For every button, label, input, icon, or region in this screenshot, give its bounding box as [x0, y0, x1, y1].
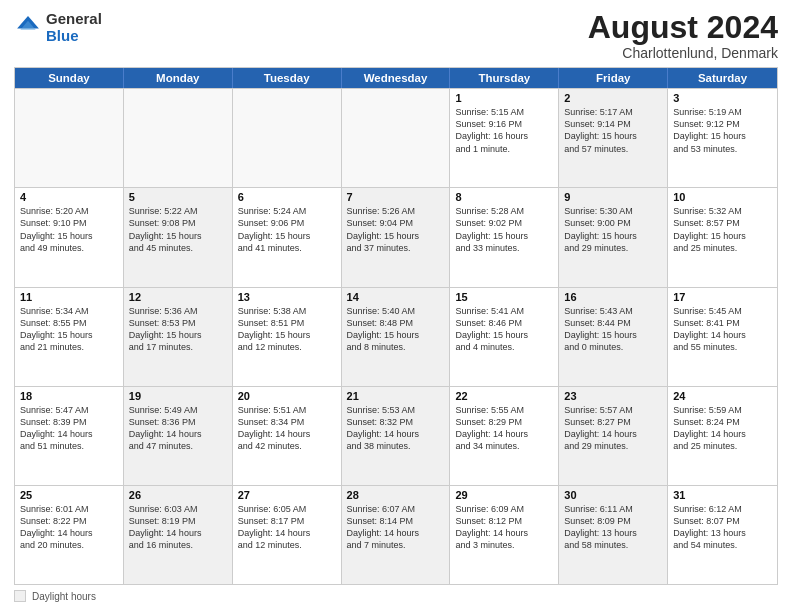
cell-text: Sunrise: 5:34 AM Sunset: 8:55 PM Dayligh…: [20, 305, 118, 354]
cell-text: Sunrise: 5:41 AM Sunset: 8:46 PM Dayligh…: [455, 305, 553, 354]
cell-1-6: 2Sunrise: 5:17 AM Sunset: 9:14 PM Daylig…: [559, 89, 668, 187]
cell-text: Sunrise: 5:32 AM Sunset: 8:57 PM Dayligh…: [673, 205, 772, 254]
day-number: 9: [564, 191, 662, 203]
day-number: 26: [129, 489, 227, 501]
day-number: 21: [347, 390, 445, 402]
cell-4-7: 24Sunrise: 5:59 AM Sunset: 8:24 PM Dayli…: [668, 387, 777, 485]
cell-3-2: 12Sunrise: 5:36 AM Sunset: 8:53 PM Dayli…: [124, 288, 233, 386]
day-number: 13: [238, 291, 336, 303]
calendar-body: 1Sunrise: 5:15 AM Sunset: 9:16 PM Daylig…: [15, 88, 777, 584]
header-monday: Monday: [124, 68, 233, 88]
logo-general: General: [46, 10, 102, 27]
cell-text: Sunrise: 6:11 AM Sunset: 8:09 PM Dayligh…: [564, 503, 662, 552]
day-number: 25: [20, 489, 118, 501]
cell-1-1: [15, 89, 124, 187]
logo-text: General Blue: [46, 10, 102, 45]
cell-1-7: 3Sunrise: 5:19 AM Sunset: 9:12 PM Daylig…: [668, 89, 777, 187]
day-number: 30: [564, 489, 662, 501]
cell-4-5: 22Sunrise: 5:55 AM Sunset: 8:29 PM Dayli…: [450, 387, 559, 485]
cell-3-1: 11Sunrise: 5:34 AM Sunset: 8:55 PM Dayli…: [15, 288, 124, 386]
daylight-box: [14, 590, 26, 602]
day-number: 12: [129, 291, 227, 303]
cell-text: Sunrise: 5:47 AM Sunset: 8:39 PM Dayligh…: [20, 404, 118, 453]
cell-text: Sunrise: 5:19 AM Sunset: 9:12 PM Dayligh…: [673, 106, 772, 155]
location: Charlottenlund, Denmark: [588, 45, 778, 61]
day-number: 27: [238, 489, 336, 501]
logo-icon: [14, 13, 42, 41]
day-number: 16: [564, 291, 662, 303]
cell-text: Sunrise: 5:15 AM Sunset: 9:16 PM Dayligh…: [455, 106, 553, 155]
header: General Blue August 2024 Charlottenlund,…: [14, 10, 778, 61]
calendar: Sunday Monday Tuesday Wednesday Thursday…: [14, 67, 778, 585]
cell-5-7: 31Sunrise: 6:12 AM Sunset: 8:07 PM Dayli…: [668, 486, 777, 584]
cell-text: Sunrise: 5:53 AM Sunset: 8:32 PM Dayligh…: [347, 404, 445, 453]
header-wednesday: Wednesday: [342, 68, 451, 88]
cell-text: Sunrise: 5:40 AM Sunset: 8:48 PM Dayligh…: [347, 305, 445, 354]
day-number: 1: [455, 92, 553, 104]
cell-text: Sunrise: 6:07 AM Sunset: 8:14 PM Dayligh…: [347, 503, 445, 552]
day-number: 10: [673, 191, 772, 203]
logo: General Blue: [14, 10, 102, 45]
day-number: 11: [20, 291, 118, 303]
cell-2-7: 10Sunrise: 5:32 AM Sunset: 8:57 PM Dayli…: [668, 188, 777, 286]
cell-3-7: 17Sunrise: 5:45 AM Sunset: 8:41 PM Dayli…: [668, 288, 777, 386]
week-3: 11Sunrise: 5:34 AM Sunset: 8:55 PM Dayli…: [15, 287, 777, 386]
day-number: 6: [238, 191, 336, 203]
day-number: 3: [673, 92, 772, 104]
header-sunday: Sunday: [15, 68, 124, 88]
day-number: 20: [238, 390, 336, 402]
day-number: 5: [129, 191, 227, 203]
cell-text: Sunrise: 5:43 AM Sunset: 8:44 PM Dayligh…: [564, 305, 662, 354]
title-area: August 2024 Charlottenlund, Denmark: [588, 10, 778, 61]
day-number: 17: [673, 291, 772, 303]
cell-text: Sunrise: 5:51 AM Sunset: 8:34 PM Dayligh…: [238, 404, 336, 453]
cell-text: Sunrise: 5:49 AM Sunset: 8:36 PM Dayligh…: [129, 404, 227, 453]
cell-1-2: [124, 89, 233, 187]
calendar-header: Sunday Monday Tuesday Wednesday Thursday…: [15, 68, 777, 88]
logo-blue: Blue: [46, 27, 79, 44]
cell-3-4: 14Sunrise: 5:40 AM Sunset: 8:48 PM Dayli…: [342, 288, 451, 386]
cell-text: Sunrise: 6:05 AM Sunset: 8:17 PM Dayligh…: [238, 503, 336, 552]
week-2: 4Sunrise: 5:20 AM Sunset: 9:10 PM Daylig…: [15, 187, 777, 286]
day-number: 23: [564, 390, 662, 402]
footer: Daylight hours: [14, 590, 778, 602]
cell-text: Sunrise: 5:38 AM Sunset: 8:51 PM Dayligh…: [238, 305, 336, 354]
day-number: 29: [455, 489, 553, 501]
day-number: 7: [347, 191, 445, 203]
cell-text: Sunrise: 5:45 AM Sunset: 8:41 PM Dayligh…: [673, 305, 772, 354]
cell-text: Sunrise: 6:09 AM Sunset: 8:12 PM Dayligh…: [455, 503, 553, 552]
cell-3-5: 15Sunrise: 5:41 AM Sunset: 8:46 PM Dayli…: [450, 288, 559, 386]
cell-text: Sunrise: 5:59 AM Sunset: 8:24 PM Dayligh…: [673, 404, 772, 453]
cell-5-1: 25Sunrise: 6:01 AM Sunset: 8:22 PM Dayli…: [15, 486, 124, 584]
cell-text: Sunrise: 6:03 AM Sunset: 8:19 PM Dayligh…: [129, 503, 227, 552]
cell-4-1: 18Sunrise: 5:47 AM Sunset: 8:39 PM Dayli…: [15, 387, 124, 485]
cell-2-6: 9Sunrise: 5:30 AM Sunset: 9:00 PM Daylig…: [559, 188, 668, 286]
cell-2-4: 7Sunrise: 5:26 AM Sunset: 9:04 PM Daylig…: [342, 188, 451, 286]
cell-text: Sunrise: 5:28 AM Sunset: 9:02 PM Dayligh…: [455, 205, 553, 254]
cell-text: Sunrise: 5:17 AM Sunset: 9:14 PM Dayligh…: [564, 106, 662, 155]
day-number: 15: [455, 291, 553, 303]
day-number: 24: [673, 390, 772, 402]
cell-5-4: 28Sunrise: 6:07 AM Sunset: 8:14 PM Dayli…: [342, 486, 451, 584]
month-title: August 2024: [588, 10, 778, 45]
cell-text: Sunrise: 5:55 AM Sunset: 8:29 PM Dayligh…: [455, 404, 553, 453]
day-number: 14: [347, 291, 445, 303]
cell-2-2: 5Sunrise: 5:22 AM Sunset: 9:08 PM Daylig…: [124, 188, 233, 286]
page: General Blue August 2024 Charlottenlund,…: [0, 0, 792, 612]
day-number: 28: [347, 489, 445, 501]
week-5: 25Sunrise: 6:01 AM Sunset: 8:22 PM Dayli…: [15, 485, 777, 584]
footer-label: Daylight hours: [32, 591, 96, 602]
cell-text: Sunrise: 5:30 AM Sunset: 9:00 PM Dayligh…: [564, 205, 662, 254]
day-number: 4: [20, 191, 118, 203]
cell-5-2: 26Sunrise: 6:03 AM Sunset: 8:19 PM Dayli…: [124, 486, 233, 584]
cell-text: Sunrise: 5:22 AM Sunset: 9:08 PM Dayligh…: [129, 205, 227, 254]
week-4: 18Sunrise: 5:47 AM Sunset: 8:39 PM Dayli…: [15, 386, 777, 485]
cell-5-3: 27Sunrise: 6:05 AM Sunset: 8:17 PM Dayli…: [233, 486, 342, 584]
cell-4-3: 20Sunrise: 5:51 AM Sunset: 8:34 PM Dayli…: [233, 387, 342, 485]
cell-5-6: 30Sunrise: 6:11 AM Sunset: 8:09 PM Dayli…: [559, 486, 668, 584]
cell-3-6: 16Sunrise: 5:43 AM Sunset: 8:44 PM Dayli…: [559, 288, 668, 386]
week-1: 1Sunrise: 5:15 AM Sunset: 9:16 PM Daylig…: [15, 88, 777, 187]
cell-text: Sunrise: 5:24 AM Sunset: 9:06 PM Dayligh…: [238, 205, 336, 254]
day-number: 2: [564, 92, 662, 104]
day-number: 31: [673, 489, 772, 501]
